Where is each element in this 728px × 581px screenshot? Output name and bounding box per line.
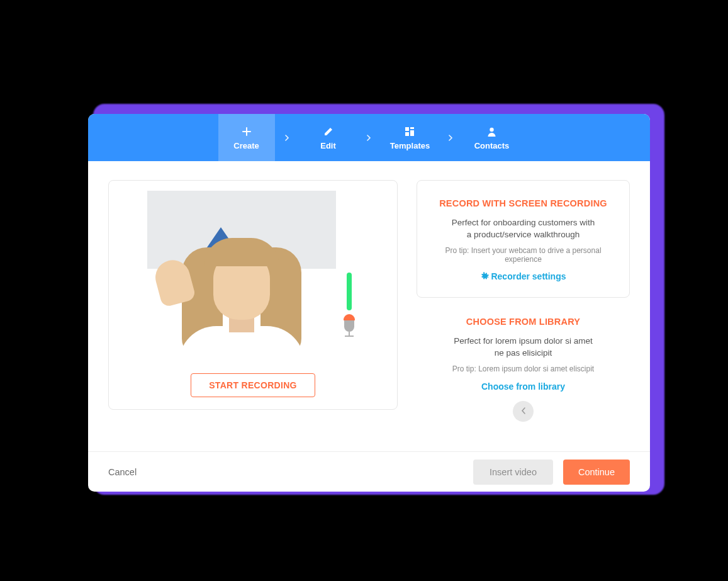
library-card: CHOOSE FROM LIBRARY Perfect for lorem ip… (417, 317, 630, 422)
step-templates[interactable]: Templates (382, 114, 439, 161)
options-column: RECORD WITH SCREEN RECORDING Perfect for… (417, 180, 630, 442)
link-label: Recorder settings (491, 271, 566, 281)
webcam-card: START RECORDING (108, 180, 398, 410)
card-description: Perfect for lorem ipsum dolor si amet ne… (429, 336, 617, 359)
person-icon (488, 125, 496, 138)
screen-recording-card: RECORD WITH SCREEN RECORDING Perfect for… (417, 180, 630, 298)
microphone-icon (344, 314, 355, 337)
insert-video-button[interactable]: Insert video (473, 460, 553, 485)
step-create[interactable]: Create (218, 114, 275, 161)
continue-button[interactable]: Continue (563, 460, 630, 485)
step-label: Templates (390, 141, 430, 150)
chevron-right-icon (275, 114, 300, 161)
svg-rect-1 (410, 127, 414, 129)
audio-level-meter (340, 273, 359, 337)
plus-icon (242, 125, 252, 138)
start-recording-button[interactable]: START RECORDING (191, 373, 315, 397)
pencil-icon (323, 125, 333, 138)
svg-point-4 (490, 127, 493, 131)
svg-rect-3 (405, 132, 409, 136)
modal-footer: Cancel Insert video Continue (88, 451, 650, 492)
link-label: Choose from library (481, 381, 565, 392)
card-title: CHOOSE FROM LIBRARY (429, 317, 617, 327)
svg-rect-0 (405, 127, 409, 131)
dashboard-icon (405, 125, 415, 138)
step-label: Contacts (474, 141, 510, 150)
step-contacts[interactable]: Contacts (464, 114, 520, 161)
audio-level-bar (347, 273, 352, 310)
card-description: Perfect for onboarding customers with a … (430, 217, 617, 241)
chevron-left-icon (521, 406, 525, 416)
chevron-right-icon (439, 114, 464, 161)
modal-body: START RECORDING RECORD WITH SCREEN RECOR… (88, 161, 650, 451)
card-tip: Pro tip: Insert your webcam to drive a p… (430, 246, 617, 264)
step-label: Edit (320, 141, 336, 150)
person-illustration (160, 219, 323, 364)
card-title: RECORD WITH SCREEN RECORDING (430, 198, 617, 208)
chevron-right-icon (357, 114, 382, 161)
previous-button[interactable] (513, 401, 534, 422)
recorder-settings-link[interactable]: Recorder settings (480, 271, 566, 281)
svg-rect-2 (410, 130, 414, 136)
choose-from-library-link[interactable]: Choose from library (481, 381, 565, 392)
card-tip: Pro tip: Lorem ipsum dolor si amet elisc… (429, 364, 617, 373)
step-edit[interactable]: Edit (300, 114, 357, 161)
webcam-preview (147, 191, 336, 364)
webcam-preview-wrap (147, 191, 359, 364)
step-label: Create (233, 141, 259, 150)
gear-icon (480, 272, 489, 281)
step-header: Create Edit Templates Contacts (88, 114, 650, 161)
modal-panel: Create Edit Templates Contacts (88, 114, 650, 492)
cancel-link[interactable]: Cancel (108, 467, 137, 477)
